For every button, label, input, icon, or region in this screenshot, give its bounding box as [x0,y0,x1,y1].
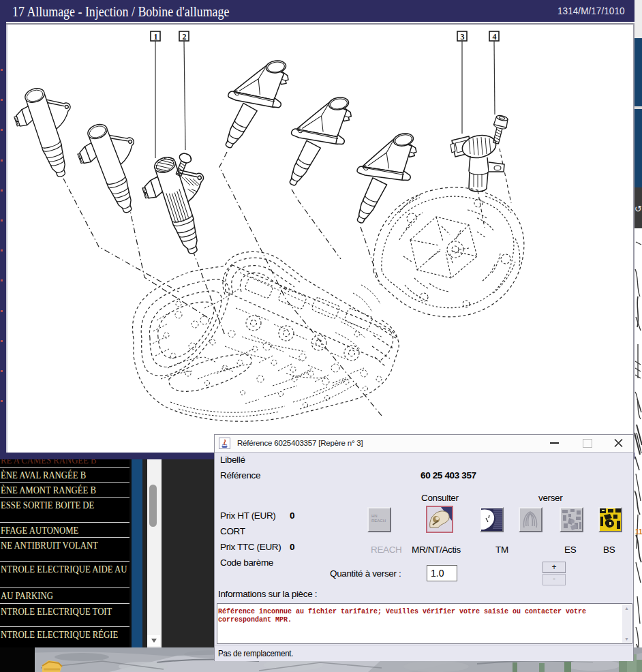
svg-text:3: 3 [461,32,465,42]
svg-text:4: 4 [493,32,497,42]
svg-text:2: 2 [183,32,187,42]
svg-text:1: 1 [154,32,158,42]
svg-text:11: 11 [635,528,642,536]
